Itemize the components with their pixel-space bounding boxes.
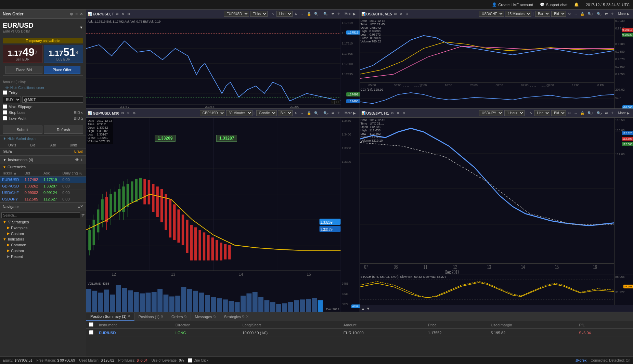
add-instrument-btn[interactable]: + — [80, 157, 83, 162]
chart-eurusd-scroll-icon[interactable]: ⇄ — [331, 12, 335, 16]
chart-usdjpy-lock-icon[interactable]: 🔒 — [579, 111, 585, 115]
chart-eurusd-symbol-select[interactable]: EUR/USD — [224, 11, 249, 17]
nav-item-custom1[interactable]: ▶ Custom — [0, 231, 86, 236]
entry-market-input[interactable] — [22, 96, 83, 103]
list-icon[interactable]: ≡ — [75, 12, 78, 16]
nav-swap-icon[interactable]: ⇄ — [81, 213, 85, 218]
chart-gbpusd-zoomin-icon[interactable]: 🔍+ — [313, 111, 321, 115]
select-all-checkbox[interactable] — [89, 322, 93, 327]
new-order-icon[interactable]: ⊕ — [70, 12, 73, 16]
chart-usdchf-refresh-icon[interactable]: ↻ — [567, 12, 572, 16]
chart-eurusd-detach-icon[interactable]: ⧉ — [115, 12, 119, 16]
chart-eurusd-zoomin-icon[interactable]: 🔍+ — [313, 12, 321, 16]
chart-gbpusd-pricetype-select[interactable]: Bid — [278, 110, 293, 116]
chart-usdchf-forward-icon[interactable]: → — [573, 12, 578, 16]
chart-gbpusd-charttype-select[interactable]: Candle — [256, 110, 277, 116]
one-click-item[interactable]: One Click — [188, 358, 208, 363]
take-profit-checkbox[interactable] — [3, 116, 7, 120]
chart-usdchf-detach-icon[interactable]: ⧉ — [393, 12, 398, 16]
chart-gbpusd-forward-icon[interactable]: → — [299, 111, 305, 115]
chart-usdjpy-tf-select[interactable]: 1 Hour — [504, 110, 525, 116]
chart-eurusd-linetype-icon[interactable]: ∿ — [271, 12, 275, 16]
chart-eurusd-refresh-icon[interactable]: ↻ — [294, 12, 298, 16]
chart-usdchf-lock-icon[interactable]: 🔒 — [579, 12, 585, 16]
submit-btn[interactable]: Submit — [3, 126, 42, 134]
place-offer-btn[interactable]: Place Offer — [44, 66, 81, 74]
refresh-btn[interactable]: Refresh — [44, 126, 83, 134]
nav-item-indicators[interactable]: ▼ Indicators — [0, 236, 86, 242]
entry-checkbox[interactable] — [3, 90, 7, 95]
chart-usdjpy-forward-icon[interactable]: → — [573, 111, 578, 115]
row-checkbox[interactable] — [89, 330, 93, 335]
chart-usdchf-zoomout-icon[interactable]: 🔍- — [596, 12, 603, 16]
chart-gbpusd-scroll-icon[interactable]: ⇄ — [331, 111, 335, 115]
support-chat-btn[interactable]: 💬 Support chat — [540, 2, 567, 7]
chart-gbpusd-symbol-select[interactable]: GBP/USD — [200, 110, 225, 116]
scroll-down-icon[interactable]: ▼ — [366, 307, 370, 311]
instrument-row[interactable]: GBP/USD 1.33262 1.33287 0.00 — [0, 183, 86, 190]
market-depth-toggle[interactable]: 👁 Hide Market depth — [0, 135, 86, 142]
chart-usdchf-add-icon[interactable]: ⊕ — [404, 12, 409, 16]
navigator-close-icon[interactable]: ✕ — [80, 204, 83, 209]
chart-eurusd-crosshair-icon[interactable]: ✛ — [336, 12, 341, 16]
chart-gbpusd-crosshair-icon[interactable]: ✛ — [336, 111, 341, 115]
nav-item-examples[interactable]: ▶ Examples — [0, 225, 86, 231]
tab-position-summary[interactable]: Position Summary (1) ⧉ — [86, 313, 134, 321]
chart-eurusd-zoomout-icon[interactable]: 🔍- — [322, 12, 330, 16]
chart-usdjpy-linetype-icon[interactable]: ∿ — [528, 111, 533, 115]
chart-usdchf-more-btn[interactable]: More ▶ — [616, 12, 632, 16]
chart-usdjpy-pricetype-select[interactable]: Bid — [551, 110, 566, 116]
chart-usdchf-tf-select[interactable]: 15 Minutes — [505, 11, 531, 17]
chart-eurusd-forward-icon[interactable]: → — [299, 12, 305, 16]
chart-usdjpy-add-icon[interactable]: ⊕ — [401, 111, 406, 115]
tab-position-summary-external-icon[interactable]: ⧉ — [128, 314, 130, 318]
chart-usdjpy-scroll-icon[interactable]: ⇄ — [604, 111, 609, 115]
sell-price-box[interactable]: 1.17492 Sell EUR — [3, 45, 42, 63]
chart-gbpusd-add-icon[interactable]: ⊕ — [132, 111, 137, 115]
chart-usdchf-symbol-select[interactable]: USD/CHF — [479, 11, 504, 17]
instrument-row[interactable]: USD/JPY 112.585 112.627 0.00 — [0, 196, 86, 203]
tab-orders-external-icon[interactable]: ⧉ — [184, 315, 186, 318]
volume-icon[interactable]: 🔔 — [574, 2, 579, 7]
tab-orders[interactable]: Orders ⧉ — [167, 313, 191, 320]
tab-positions-external-icon[interactable]: ⧉ — [161, 315, 163, 318]
chart-eurusd-more-btn[interactable]: More ▶ — [343, 12, 358, 16]
tab-strategies-external-icon[interactable]: ⧉ — [242, 315, 244, 318]
tab-strategies-close-icon[interactable]: ✕ — [246, 314, 249, 319]
chart-usdchf-zoomin-icon[interactable]: 🔍+ — [586, 12, 595, 16]
nav-item-common[interactable]: ▶ Common — [0, 242, 86, 248]
hide-conditional-btn[interactable]: 👁 Hide Conditional order — [3, 85, 83, 90]
tab-positions[interactable]: Positions (1) ⧉ — [134, 313, 167, 320]
chart-usdchf-scroll-icon[interactable]: ⇄ — [604, 12, 609, 16]
chart-usdchf-close-icon[interactable]: ✕ — [399, 12, 403, 16]
chart-gbpusd-detach-icon[interactable]: ⧉ — [120, 111, 125, 116]
chart-gbpusd-lock-icon[interactable]: 🔒 — [306, 111, 312, 115]
nav-search-input[interactable] — [1, 212, 80, 218]
place-bid-btn[interactable]: Place Bid — [5, 66, 42, 74]
chart-usdjpy-crosshair-icon[interactable]: ✛ — [610, 111, 615, 115]
chart-usdjpy-zoomin-icon[interactable]: 🔍+ — [586, 111, 595, 115]
visibility-icon[interactable]: 👁 — [75, 158, 79, 162]
chart-usdjpy-symbol-select[interactable]: USD/JPY — [479, 110, 503, 116]
chart-gbpusd-refresh-icon[interactable]: ↻ — [294, 111, 298, 115]
nav-item-recent[interactable]: ▶ Recent — [0, 254, 86, 259]
instrument-dropdown[interactable]: EUR/USD Euro vs US Dollar ▼ — [3, 22, 83, 33]
chart-usdjpy-detach-icon[interactable]: ⧉ — [390, 111, 395, 116]
chart-eurusd-charttype-select[interactable]: Line — [276, 11, 293, 17]
nav-item-strategies[interactable]: ▼ ▽ Strategies — [0, 219, 86, 225]
one-click-checkbox[interactable] — [188, 358, 192, 363]
chart-gbpusd-zoomout-icon[interactable]: 🔍- — [322, 111, 330, 115]
chart-usdjpy-refresh-icon[interactable]: ↻ — [567, 111, 572, 115]
chart-gbpusd-close-icon[interactable]: ✕ — [126, 111, 131, 115]
tab-messages[interactable]: Messages ⧉ — [191, 313, 220, 320]
buy-price-box[interactable]: 1.17519 Buy EUR — [44, 45, 83, 63]
chart-eurusd-add-icon[interactable]: ⊕ — [126, 12, 131, 16]
chart-usdchf-pricetype-select[interactable]: Bid — [551, 11, 566, 17]
instrument-row[interactable]: USD/CHF 0.99002 0.99124 0.00 — [0, 190, 86, 196]
stop-loss-checkbox[interactable] — [3, 110, 7, 115]
nav-item-custom2[interactable]: ▶ Custom — [0, 248, 86, 254]
chart-gbpusd-tf-select[interactable]: 30 Minutes — [226, 110, 253, 116]
chart-usdjpy-zoomout-icon[interactable]: 🔍- — [596, 111, 603, 115]
chart-eurusd-close-icon[interactable]: ✕ — [120, 12, 125, 16]
tab-messages-external-icon[interactable]: ⧉ — [214, 315, 216, 318]
